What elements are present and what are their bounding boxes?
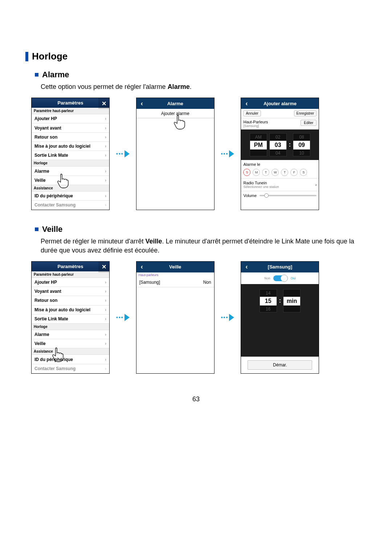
colon-icon: :	[289, 141, 291, 148]
chevron-right-icon: ›	[315, 182, 317, 187]
flow-arrow: •••	[116, 150, 130, 157]
item-contacter-samsung[interactable]: Contacter Samsung›	[32, 201, 109, 210]
group-assistance: Assistance	[32, 185, 109, 192]
chevron-right-icon: ›	[105, 153, 106, 158]
save-button[interactable]: Enregistrer	[294, 110, 317, 116]
close-icon[interactable]: ✕	[98, 262, 109, 272]
item-voyant-avant[interactable]: Voyant avant›	[32, 123, 109, 132]
veille-header: ‹ Veille	[136, 262, 214, 272]
chevron-right-icon: ›	[105, 357, 106, 362]
item-veille[interactable]: Veille›	[32, 176, 109, 185]
veille-speaker-value: Non	[203, 280, 211, 285]
close-icon[interactable]: ✕	[98, 98, 109, 109]
slider-thumb-icon[interactable]	[264, 193, 269, 198]
alarme-list-panel: ‹ Alarme Ajouter alarme	[136, 98, 215, 210]
dots-icon: •••	[116, 151, 124, 157]
item-voyant-avant[interactable]: Voyant avant›	[32, 287, 109, 296]
back-icon[interactable]: ‹	[241, 98, 252, 109]
chevron-right-icon: ›	[105, 178, 106, 183]
dots-icon: •••	[221, 315, 229, 320]
volume-row: Volume	[241, 191, 319, 200]
chevron-right-icon: ›	[105, 316, 106, 321]
alarme-desc-pre: Cette option vous permet de régler l'ala…	[41, 83, 168, 90]
day-m[interactable]: M	[253, 169, 260, 176]
settings-title: Paramètres	[58, 100, 83, 106]
alarme-desc-bold: Alarme	[168, 83, 190, 90]
minutes-col[interactable]: 14 15 16	[260, 289, 277, 312]
veille-speaker-row[interactable]: [Samsung] Non	[136, 278, 214, 287]
chevron-right-icon: ›	[105, 193, 106, 198]
dots-icon: •••	[116, 315, 124, 320]
hour-picker[interactable]: 02 03 04	[269, 133, 287, 156]
chevron-right-icon: ›	[105, 126, 106, 131]
sleep-toggle[interactable]	[273, 275, 288, 281]
chevron-right-icon: ›	[105, 366, 106, 371]
chevron-right-icon: ›	[105, 116, 106, 121]
day-s2[interactable]: S	[300, 169, 307, 176]
empty-area	[136, 287, 214, 373]
veille-detail-title: [Samsung]	[241, 264, 319, 270]
item-alarme[interactable]: Alarme›	[32, 330, 109, 339]
settings-panel-2: Paramètres ✕ Paramètre haut-parleur Ajou…	[31, 261, 110, 374]
unit-col: min	[283, 289, 301, 312]
start-button[interactable]: Démar.	[248, 360, 312, 370]
item-veille[interactable]: Veille›	[32, 339, 109, 348]
radio-sub: Sélectionnez une station	[243, 185, 279, 189]
chevron-right-icon: ›	[105, 169, 106, 174]
back-icon[interactable]: ‹	[136, 262, 147, 272]
item-id-peripherique[interactable]: ID du périphérique›	[32, 355, 109, 364]
edit-button[interactable]: Editer	[301, 120, 317, 126]
day-s[interactable]: S	[243, 169, 250, 176]
minute-picker[interactable]: 08 09 10	[293, 133, 310, 156]
minutes-picker[interactable]: 14 15 16 : min	[241, 284, 319, 317]
chevron-right-icon: ›	[105, 135, 106, 140]
day-w[interactable]: W	[271, 169, 279, 176]
item-sortie-link-mate[interactable]: Sortie Link Mate›	[32, 315, 109, 324]
item-retour-son[interactable]: Retour son›	[32, 133, 109, 142]
group-speaker: Paramètre haut-parleur	[32, 271, 109, 278]
time-picker[interactable]: AM PM 02 03 04 : 08 09 10	[241, 130, 319, 160]
item-maj-logiciel[interactable]: Mise à jour auto du logiciel›	[32, 142, 109, 151]
group-speaker: Paramètre haut-parleur	[32, 108, 109, 114]
day-f[interactable]: F	[290, 169, 298, 176]
flow-arrow: •••	[116, 314, 130, 321]
heading-square-icon	[35, 227, 38, 231]
day-t2[interactable]: T	[281, 169, 288, 176]
subsection-heading-alarme: Alarme	[35, 70, 367, 79]
item-ajouter-hp[interactable]: Ajouter HP›	[32, 278, 109, 287]
speakers-row[interactable]: Haut-Parleurs [Samsung] Editer	[241, 118, 319, 130]
item-id-peripherique[interactable]: ID du périphérique›	[32, 192, 109, 201]
item-contacter-samsung[interactable]: Contacter Samsung›	[32, 364, 109, 373]
day-t[interactable]: T	[262, 169, 269, 176]
cancel-button[interactable]: Annuler	[243, 110, 261, 116]
settings-title: Paramètres	[58, 264, 83, 269]
alarme-screens-row: Paramètres ✕ Paramètre haut-parleur Ajou…	[31, 98, 367, 210]
dark-fill-area	[241, 317, 319, 357]
dots-icon: •••	[221, 151, 229, 157]
chevron-right-icon: ›	[105, 144, 106, 149]
radio-row[interactable]: Radio Tunein Sélectionnez une station ›	[241, 178, 319, 191]
item-alarme[interactable]: Alarme›	[32, 167, 109, 176]
add-alarm-header: ‹ Ajouter alarme	[241, 98, 319, 109]
item-ajouter-hp[interactable]: Ajouter HP›	[32, 114, 109, 123]
veille-desc-pre: Permet de régler le minuteur d'arrêt	[41, 238, 146, 245]
item-sortie-link-mate[interactable]: Sortie Link Mate›	[32, 151, 109, 160]
triangle-right-icon	[229, 314, 234, 321]
add-alarm-row[interactable]: Ajouter alarme	[136, 109, 214, 118]
chevron-right-icon: ›	[105, 280, 106, 285]
triangle-right-icon	[124, 314, 130, 321]
back-icon[interactable]: ‹	[241, 262, 252, 272]
ampm-picker[interactable]: AM PM	[250, 133, 267, 156]
section-heading-horloge: Horloge	[25, 51, 367, 62]
item-maj-logiciel[interactable]: Mise à jour auto du logiciel›	[32, 305, 109, 315]
item-retour-son[interactable]: Retour son›	[32, 296, 109, 305]
toggle-knob-icon	[281, 275, 288, 282]
back-icon[interactable]: ‹	[136, 98, 147, 109]
alarme-title: Alarme	[136, 101, 214, 106]
sleep-toggle-row: Non Oui	[241, 272, 319, 284]
veille-desc-bold: Veille	[146, 238, 162, 245]
veille-description: Permet de régler le minuteur d'arrêt Vei…	[41, 237, 367, 255]
chevron-right-icon: ›	[105, 289, 106, 294]
volume-slider[interactable]	[260, 195, 317, 196]
empty-area	[136, 118, 214, 210]
